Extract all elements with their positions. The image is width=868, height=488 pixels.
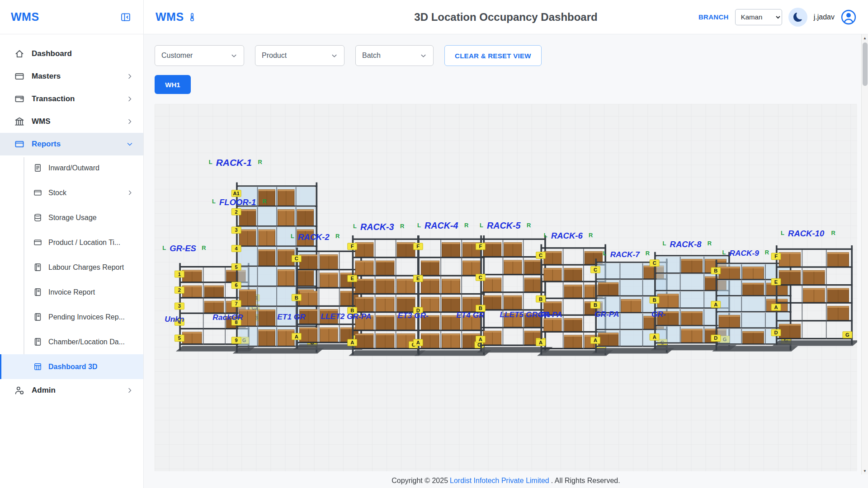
sidebar-item-dashboard[interactable]: Dashboard bbox=[0, 42, 143, 65]
marker-right-rack-6: R bbox=[589, 232, 593, 239]
sidebar-item-invoice-report[interactable]: Invoice Report bbox=[0, 280, 143, 305]
sidebar-collapse-button[interactable] bbox=[119, 10, 132, 24]
header-brand: WMS bbox=[156, 10, 184, 23]
marker-right-rack-10: R bbox=[831, 230, 835, 236]
chevron-right-icon bbox=[126, 95, 133, 103]
svg-text:C: C bbox=[653, 260, 656, 266]
product-filter-dropdown[interactable]: Product bbox=[255, 45, 344, 66]
sidebar-item-inward-outward[interactable]: Inward/Outward bbox=[0, 155, 143, 180]
sidebar-item-wms[interactable]: WMS bbox=[0, 110, 143, 133]
sidebar-item-transaction-label: Transaction bbox=[32, 94, 75, 103]
sidebar-item-stock[interactable]: Stock bbox=[0, 180, 143, 205]
marker-right-rack-4: R bbox=[464, 222, 469, 229]
pallet-label-9: GR- bbox=[651, 310, 666, 319]
page-scrollbar[interactable]: ▲ ▼ bbox=[861, 34, 868, 474]
building-icon bbox=[14, 117, 24, 127]
rack-label-floor-1: FLOOR-1 bbox=[219, 197, 256, 207]
sidebar-item-labour-charges-report[interactable]: Labour Charges Report bbox=[0, 255, 143, 280]
chevron-down-icon bbox=[231, 52, 237, 59]
file-icon bbox=[33, 164, 42, 172]
rack-label-rack-9: RACK-9 bbox=[730, 249, 760, 258]
sidebar-item-invoice-report-label: Invoice Report bbox=[48, 288, 95, 296]
chevron-down-icon bbox=[126, 141, 133, 148]
batch-filter-placeholder: Batch bbox=[362, 52, 381, 60]
svg-text:E: E bbox=[351, 276, 354, 281]
customer-filter-dropdown[interactable]: Customer bbox=[155, 45, 244, 66]
svg-text:D: D bbox=[714, 335, 717, 341]
marker-left-rack-9: L bbox=[722, 249, 726, 256]
dark-mode-toggle[interactable] bbox=[788, 8, 807, 27]
clear-reset-view-button[interactable]: CLEAR & RESET VIEW bbox=[444, 45, 542, 66]
sidebar-item-dashboard-label: Dashboard bbox=[32, 49, 72, 58]
svg-text:4: 4 bbox=[235, 246, 238, 251]
scrollbar-thumb[interactable] bbox=[863, 42, 868, 86]
journal-icon bbox=[33, 313, 42, 321]
scroll-up-button[interactable]: ▲ bbox=[862, 34, 868, 42]
pallet-label-4: ET3 GR- bbox=[398, 311, 429, 320]
sidebar-item-storage-usage[interactable]: Storage Usage bbox=[0, 205, 143, 230]
svg-text:F: F bbox=[351, 244, 354, 249]
marker-left-rack-8: L bbox=[663, 240, 666, 247]
pallet-label-8: GR-PA bbox=[594, 310, 619, 319]
chevron-right-icon bbox=[126, 73, 133, 80]
svg-text:5: 5 bbox=[178, 335, 181, 341]
rack-label-rack-10: RACK-10 bbox=[788, 229, 825, 238]
sidebar-item-admin[interactable]: Admin bbox=[0, 379, 143, 402]
chevron-right-icon bbox=[126, 118, 133, 125]
svg-text:F: F bbox=[479, 244, 482, 249]
sidebar-item-dashboard-3d[interactable]: Dashboard 3D bbox=[0, 354, 143, 379]
marker-right-gr-es: R bbox=[202, 244, 206, 251]
customer-filter-placeholder: Customer bbox=[161, 52, 193, 60]
svg-text:B: B bbox=[653, 297, 656, 303]
journal-icon bbox=[33, 338, 42, 346]
marker-left-rack-4: L bbox=[417, 222, 421, 229]
batch-filter-dropdown[interactable]: Batch bbox=[355, 45, 434, 66]
card-icon bbox=[33, 188, 42, 197]
chevron-right-icon bbox=[126, 387, 133, 394]
pallet-label-3: LLET2 GR-PA bbox=[321, 312, 372, 321]
sidebar-item-masters[interactable]: Masters bbox=[0, 65, 143, 88]
warehouse-tabs: WH1 bbox=[144, 66, 868, 94]
3d-canvas[interactable]: 12345C1C2C3GA123456789GCBAGFEBAGFEDAGFCB… bbox=[155, 104, 857, 471]
svg-text:C: C bbox=[594, 267, 597, 272]
company-link[interactable]: Lordist Infotech Private Limited bbox=[450, 477, 549, 485]
user-menu-button[interactable] bbox=[841, 9, 856, 25]
sidebar-item-masters-label: Masters bbox=[32, 72, 61, 81]
sidebar-item-labour-charges-report-label: Labour Charges Report bbox=[48, 263, 124, 272]
svg-text:A: A bbox=[774, 305, 778, 310]
sidebar-item-product-location-ti-label: Product / Location Ti... bbox=[48, 239, 120, 247]
svg-text:9: 9 bbox=[235, 338, 238, 343]
marker-left-rack-5: L bbox=[480, 222, 483, 229]
rack-label-rack-7: RACK-7 bbox=[610, 250, 641, 259]
sidebar-item-reports[interactable]: Reports bbox=[0, 133, 143, 155]
sidebar-item-wms-label: WMS bbox=[32, 117, 51, 126]
marker-left-rack-3: L bbox=[353, 223, 357, 230]
sidebar-item-product-location-ti[interactable]: Product / Location Ti... bbox=[0, 230, 143, 255]
top-header: WMS WMS 3D Location Occupancy Dashboard … bbox=[0, 0, 868, 34]
sidebar-item-stock-label: Stock bbox=[48, 189, 66, 197]
pallet-label-1: RackGR bbox=[212, 313, 243, 322]
chevron-down-icon bbox=[420, 52, 427, 59]
sidebar-item-chamber-location-da[interactable]: Chamber/Location Da... bbox=[0, 329, 143, 354]
marker-right-rack-9: R bbox=[765, 249, 769, 256]
marker-left-gr-es: L bbox=[162, 244, 166, 251]
scroll-down-button[interactable]: ▼ bbox=[862, 467, 868, 474]
rack-label-rack-8: RACK-8 bbox=[670, 239, 702, 249]
svg-text:F: F bbox=[416, 244, 420, 249]
folder-icon bbox=[14, 139, 24, 149]
svg-text:A: A bbox=[295, 334, 298, 339]
svg-text:A: A bbox=[479, 337, 482, 342]
filter-bar: Customer Product Batch CLEAR & RESET VIE… bbox=[144, 34, 868, 66]
warehouse-tab-wh1[interactable]: WH1 bbox=[155, 75, 191, 94]
marker-right-rack-5: R bbox=[527, 222, 531, 229]
sidebar-collapse-icon bbox=[121, 12, 131, 22]
svg-text:A: A bbox=[539, 340, 542, 345]
branch-select[interactable]: Kaman bbox=[735, 9, 782, 25]
sidebar-item-transaction[interactable]: Transaction bbox=[0, 88, 143, 110]
sidebar-item-pending-invoices-rep[interactable]: Pending Invoices Rep... bbox=[0, 305, 143, 329]
sidebar-item-admin-label: Admin bbox=[32, 386, 56, 395]
card-icon bbox=[33, 238, 42, 247]
footer: Copyright © 2025 Lordist Infotech Privat… bbox=[144, 473, 868, 488]
home-icon bbox=[14, 49, 24, 59]
admin-icon bbox=[14, 385, 24, 395]
